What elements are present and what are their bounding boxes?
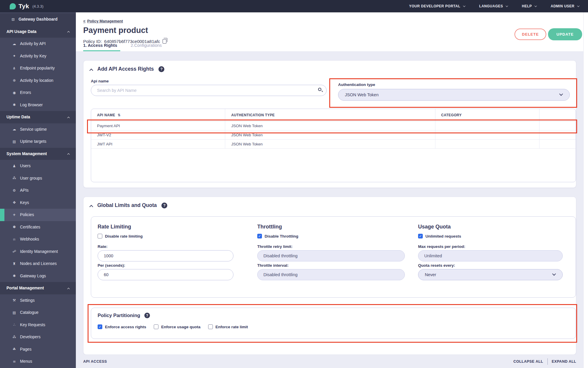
column-label: CATEGORY bbox=[441, 113, 462, 117]
sidebar-section-portal-management[interactable]: Portal Management bbox=[0, 282, 76, 294]
sidebar-item-user-groups[interactable]: ⁂User groups bbox=[0, 172, 76, 185]
table-row[interactable]: Payment APIJSON Web Token bbox=[91, 121, 576, 130]
search-input[interactable] bbox=[91, 85, 327, 96]
auth-type-select[interactable]: JSON Web Token bbox=[338, 89, 570, 101]
rosette-icon: ✽ bbox=[12, 225, 17, 229]
search-icon[interactable] bbox=[318, 88, 321, 91]
sidebar-item-developers[interactable]: ⁂Developers bbox=[0, 331, 76, 343]
hook-icon: ☍ bbox=[12, 249, 17, 253]
sidebar-item-gateway-logs[interactable]: ✱Gateway Logs bbox=[0, 270, 76, 282]
collapse-all-button[interactable]: COLLAPSE ALL bbox=[513, 359, 543, 364]
logo-text: Tyk bbox=[19, 3, 29, 10]
table-row[interactable]: JWT APIJSON Web Token bbox=[91, 140, 576, 149]
paw-icon: ∴ bbox=[12, 323, 17, 327]
sidebar-item-policies[interactable]: ⚜Policies bbox=[0, 209, 76, 221]
sidebar-item-pages[interactable]: ☘Pages bbox=[0, 343, 76, 356]
sidebar-item-key-requests[interactable]: ∴Key Requests bbox=[0, 319, 76, 331]
column-header-api-name[interactable]: API NAME ⇅ bbox=[91, 109, 225, 121]
max-requests-input bbox=[418, 250, 563, 261]
sidebar-item-catalogue[interactable]: ▤Catalogue bbox=[0, 306, 76, 319]
collapse-chevron-icon[interactable] bbox=[89, 69, 93, 72]
table-row[interactable]: JWT-V2JSON Web Token bbox=[91, 130, 576, 140]
partition-option-enforce-usage-quota[interactable]: Enforce usage quota bbox=[154, 324, 201, 329]
copy-icon[interactable] bbox=[163, 39, 166, 44]
sidebar-item-log-browser[interactable]: ✱Log Browser bbox=[0, 99, 76, 111]
chevron-down-icon bbox=[534, 4, 537, 7]
cloud-icon: ☁ bbox=[12, 127, 17, 131]
sort-icon[interactable]: ⇅ bbox=[118, 113, 121, 117]
sidebar-item-label: Activity by location bbox=[20, 78, 54, 83]
sidebar-item-label: Users bbox=[20, 164, 31, 168]
sidebar-item-service-uptime[interactable]: ☁Service uptime bbox=[0, 123, 76, 136]
breadcrumb[interactable]: < Policy Management bbox=[83, 19, 123, 23]
column-header-empty bbox=[539, 109, 576, 121]
disable-rate-limiting-option[interactable]: Disable rate limiting bbox=[98, 234, 143, 238]
key-icon: ✦ bbox=[12, 54, 17, 58]
sidebar-item-keys[interactable]: ✥Keys bbox=[0, 197, 76, 209]
cloud-icon: ☁ bbox=[12, 42, 17, 46]
disable-throttling-option[interactable]: Disable Throttling bbox=[257, 234, 298, 238]
tab-configurations[interactable]: 2.Configurations bbox=[131, 43, 162, 51]
api-access-section-label[interactable]: API ACCESS bbox=[83, 359, 107, 364]
menu-languages[interactable]: LANGUAGES bbox=[479, 4, 508, 8]
chevron-up-icon bbox=[67, 117, 70, 119]
quota-resets-select[interactable]: Never bbox=[418, 269, 563, 280]
enforce-rate-limit-checkbox[interactable] bbox=[208, 324, 213, 329]
help-icon[interactable]: ? bbox=[158, 66, 164, 72]
expand-all-button[interactable]: EXPAND ALL bbox=[552, 359, 576, 364]
sidebar-item-certificates[interactable]: ✽Certificates bbox=[0, 221, 76, 233]
user-icon: ♟ bbox=[12, 164, 17, 168]
sidebar-item-label: Webhooks bbox=[20, 237, 39, 241]
scrollbar-track[interactable] bbox=[583, 12, 588, 368]
sidebar-item-nodes-and-licenses[interactable]: ♜Nodes and Licenses bbox=[0, 258, 76, 270]
sidebar-item-menus[interactable]: ≡Menus bbox=[0, 355, 76, 368]
sidebar-item-endpoint-popularity[interactable]: ⋔Endpoint popularity bbox=[0, 62, 76, 74]
sidebar-section-system-management[interactable]: System Management bbox=[0, 148, 76, 160]
tyk-logo[interactable]: Tyk (4.3.3) bbox=[10, 3, 44, 10]
sidebar-item-settings[interactable]: ⚒Settings bbox=[0, 294, 76, 307]
sidebar-item-gateway-dashboard[interactable]: ⊡Gateway Dashboard bbox=[0, 13, 76, 26]
sidebar-item-webhooks[interactable]: ⍾Webhooks bbox=[0, 233, 76, 246]
help-icon[interactable]: ? bbox=[161, 203, 167, 208]
menu-help[interactable]: HELP bbox=[522, 4, 537, 8]
menu-admin-user[interactable]: ADMIN USER bbox=[551, 4, 579, 8]
section-title: Global Limits and Quota bbox=[97, 202, 157, 208]
table-cell: JSON Web Token bbox=[225, 130, 435, 139]
sidebar-item-activity-by-key[interactable]: ✦Activity by Key bbox=[0, 50, 76, 62]
disable-rate-limiting-checkbox[interactable] bbox=[98, 234, 102, 238]
partition-option-enforce-access-rights[interactable]: Enforce access rights bbox=[98, 324, 146, 329]
chevron-down-icon bbox=[559, 92, 563, 96]
unlimited-requests-option[interactable]: Unlimited requests bbox=[418, 234, 461, 238]
enforce-usage-quota-checkbox[interactable] bbox=[154, 324, 158, 329]
sidebar-item-errors[interactable]: ◉Errors bbox=[0, 87, 76, 99]
topbar: Tyk (4.3.3) YOUR DEVELOPER PORTAL LANGUA… bbox=[0, 0, 588, 12]
update-button[interactable]: UPDATE bbox=[548, 28, 582, 40]
menu-developer-portal[interactable]: YOUR DEVELOPER PORTAL bbox=[409, 4, 465, 8]
tab-access-rights[interactable]: 1. Access Rights bbox=[83, 43, 120, 51]
partitioning-options: Enforce access rightsEnforce usage quota… bbox=[98, 324, 248, 329]
leaf-icon: ☘ bbox=[12, 347, 17, 351]
rate-input[interactable] bbox=[98, 250, 233, 261]
sidebar-item-activity-by-location[interactable]: ⊕Activity by location bbox=[0, 74, 76, 87]
sidebar-item-activity-by-api[interactable]: ☁Activity by API bbox=[0, 38, 76, 50]
delete-button[interactable]: DELETE bbox=[514, 29, 546, 40]
sidebar-item-users[interactable]: ♟Users bbox=[0, 160, 76, 172]
table-cell: JSON Web Token bbox=[225, 121, 435, 130]
table-cell: Payment API bbox=[91, 121, 225, 130]
collapse-chevron-icon[interactable] bbox=[89, 205, 93, 209]
topnav: YOUR DEVELOPER PORTAL LANGUAGES HELP ADM… bbox=[409, 4, 579, 8]
section-title: Add API Access Rights bbox=[97, 66, 154, 72]
enforce-access-rights-checkbox[interactable] bbox=[98, 324, 102, 329]
help-icon[interactable]: ? bbox=[144, 313, 150, 318]
partition-option-enforce-rate-limit[interactable]: Enforce rate limit bbox=[208, 324, 248, 329]
page-title: Payment product bbox=[83, 26, 148, 35]
auth-type-value: JSON Web Token bbox=[345, 92, 379, 97]
sidebar-item-uptime-targets[interactable]: ▤Uptime targets bbox=[0, 135, 76, 148]
sidebar-item-identity-management[interactable]: ☍Identity Management bbox=[0, 246, 76, 258]
sidebar-section-uptime-data[interactable]: Uptime Data bbox=[0, 111, 76, 123]
per-seconds-input[interactable] bbox=[98, 269, 233, 280]
sidebar-section-api-usage-data[interactable]: API Usage Data bbox=[0, 26, 76, 38]
disable-throttling-checkbox[interactable] bbox=[257, 234, 262, 238]
unlimited-requests-checkbox[interactable] bbox=[418, 234, 423, 238]
sidebar-item-apis[interactable]: ⚙APIs bbox=[0, 184, 76, 197]
